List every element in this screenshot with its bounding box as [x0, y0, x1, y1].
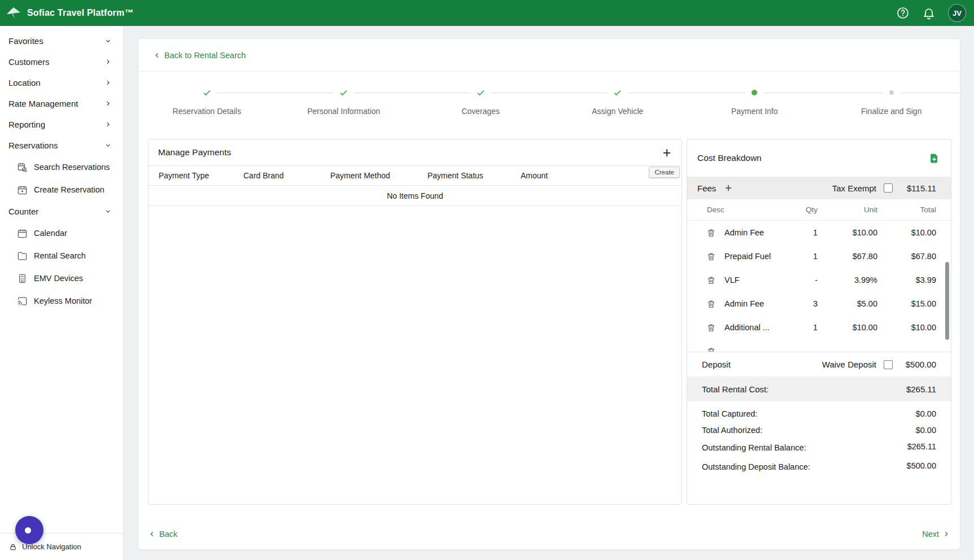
add-fee-button[interactable] [723, 183, 733, 193]
wizard-footer-nav: Back Next [148, 523, 950, 545]
step-finalize-and-sign[interactable]: Finalize and Sign [823, 88, 960, 139]
total-captured-label: Total Captured: [702, 409, 757, 418]
step-assign-vehicle[interactable]: Assign Vehicle [549, 88, 687, 139]
fees-total: $115.11 [900, 183, 936, 193]
payments-table-header: Payment Type Card Brand Payment Method P… [148, 165, 682, 186]
step-personal-information[interactable]: Personal Information [276, 88, 413, 139]
back-to-rental-search-link[interactable]: Back to Rental Search [153, 51, 246, 60]
brand-title: Sofiac Travel Platform™ [27, 8, 134, 18]
cost-breakdown-title: Cost Breakdown [697, 153, 762, 163]
fee-qty: 1 [784, 228, 818, 237]
sidebar-item-counter[interactable]: Counter [0, 201, 123, 222]
step-current-dot [751, 90, 758, 95]
panels-row: Manage Payments + Create Payment Type Ca… [148, 139, 951, 505]
column-payment-type: Payment Type [159, 171, 243, 180]
sidebar-item-favorites[interactable]: Favorites [0, 30, 123, 51]
fee-total: $67.80 [877, 252, 936, 261]
fee-qty: 3 [784, 299, 818, 308]
sidebar-item-location[interactable]: Location [0, 72, 123, 93]
total-captured-row: Total Captured: $0.00 [702, 409, 936, 418]
fee-unit: $10.00 [818, 323, 877, 332]
sidebar-item-rate-management[interactable]: Rate Management [0, 93, 123, 114]
logo-icon [6, 6, 21, 20]
fee-row: Admin Fee 3 $5.00 $15.00 [687, 292, 951, 316]
payment-terminal-icon [17, 273, 28, 284]
chevron-right-icon [104, 79, 112, 86]
trash-icon[interactable] [706, 347, 716, 352]
chevron-right-icon [104, 121, 112, 128]
step-check-icon [202, 88, 212, 98]
outstanding-deposit-balance-label: Outstanding Deposit Balance: [702, 461, 826, 473]
outstanding-deposit-balance-row: Outstanding Deposit Balance: $500.00 [702, 461, 936, 473]
next-button-label: Next [922, 530, 939, 539]
add-payment-button[interactable]: + [659, 145, 675, 160]
step-label: Personal Information [307, 107, 380, 116]
sidebar-item-label: Search Reservations [34, 163, 110, 172]
chevron-right-icon [104, 100, 112, 107]
chevron-left-icon [153, 51, 161, 59]
sidebar-item-create-reservation[interactable]: Create Reservation [0, 178, 123, 201]
next-button[interactable]: Next [922, 530, 950, 539]
fee-total: $15.00 [877, 299, 936, 308]
total-rental-cost-label: Total Rental Cost: [702, 384, 768, 394]
sidebar-item-reporting[interactable]: Reporting [0, 114, 123, 135]
reservation-wizard-card: Back to Rental Search Reservation Detail… [138, 38, 960, 550]
sidebar-item-label: Create Reservation [34, 185, 104, 194]
sidebar-item-reservations[interactable]: Reservations [0, 135, 123, 156]
fees-section-header: Fees Tax Exempt $115.11 [687, 177, 951, 199]
sidebar-item-calendar[interactable]: Calendar [0, 222, 123, 244]
step-reservation-details[interactable]: Reservation Details [138, 88, 276, 139]
fee-total: $3.99 [877, 275, 936, 285]
sidebar-item-label: Favorites [8, 36, 43, 46]
fees-table-header: Desc Qty Unit Total [687, 199, 951, 221]
chevron-left-icon [148, 530, 156, 538]
back-button[interactable]: Back [148, 530, 177, 539]
help-icon[interactable] [896, 6, 910, 20]
chevron-down-icon [104, 208, 112, 215]
tax-exempt-label: Tax Exempt [832, 183, 876, 193]
step-coverages[interactable]: Coverages [412, 88, 549, 139]
fee-unit: $5.00 [818, 299, 877, 308]
chat-icon [25, 527, 31, 533]
trash-icon[interactable] [706, 275, 716, 285]
fee-qty: 1 [784, 323, 818, 332]
waive-deposit-checkbox[interactable] [884, 360, 893, 369]
fee-total: $10.00 [877, 228, 936, 237]
tax-exempt-checkbox[interactable] [884, 183, 893, 193]
sidebar-item-label: Counter [8, 207, 38, 216]
fee-desc: Admin Fee [724, 228, 784, 237]
outstanding-rental-balance-row: Outstanding Rental Balance: $265.11 [702, 442, 936, 454]
sidebar-item-emv-devices[interactable]: EMV Devices [0, 267, 123, 290]
trash-icon[interactable] [706, 323, 716, 333]
trash-icon[interactable] [706, 252, 716, 261]
fee-qty: 1 [784, 252, 818, 261]
calendar-icon [17, 228, 28, 239]
column-unit: Unit [818, 205, 877, 214]
fee-desc: VLF [724, 275, 784, 285]
fees-list[interactable]: Admin Fee 1 $10.00 $10.00 Prepaid Fuel 1… [687, 221, 951, 352]
sidebar-item-rental-search[interactable]: Rental Search [0, 244, 123, 267]
brand: Sofiac Travel Platform™ [6, 6, 134, 20]
step-label: Coverages [461, 107, 500, 116]
avatar[interactable]: JV [948, 4, 966, 22]
sidebar-item-customers[interactable]: Customers [0, 51, 123, 72]
cost-breakdown-header: Cost Breakdown [687, 139, 951, 177]
scrollbar-thumb[interactable] [945, 262, 949, 340]
step-payment-info[interactable]: Payment Info [686, 88, 823, 139]
back-row: Back to Rental Search [138, 39, 960, 72]
step-check-icon [613, 88, 622, 98]
sidebar-item-label: Keyless Monitor [34, 296, 92, 305]
chat-launcher-button[interactable] [15, 516, 43, 544]
fee-row: Additional ... 1 $10.00 $10.00 [687, 316, 951, 339]
file-plus-icon[interactable] [929, 153, 940, 164]
fee-row: Prepaid Fuel 1 $67.80 $67.80 [687, 244, 951, 268]
chevron-right-icon [104, 58, 112, 65]
payments-empty-message: No Items Found [148, 186, 682, 206]
fee-total: $10.00 [877, 323, 936, 332]
sidebar-item-label: Customers [8, 57, 50, 67]
trash-icon[interactable] [706, 299, 716, 309]
sidebar-item-keyless-monitor[interactable]: Keyless Monitor [0, 290, 123, 312]
trash-icon[interactable] [706, 228, 716, 238]
sidebar-item-search-reservations[interactable]: Search Reservations [0, 156, 123, 178]
bell-icon[interactable] [922, 6, 936, 20]
